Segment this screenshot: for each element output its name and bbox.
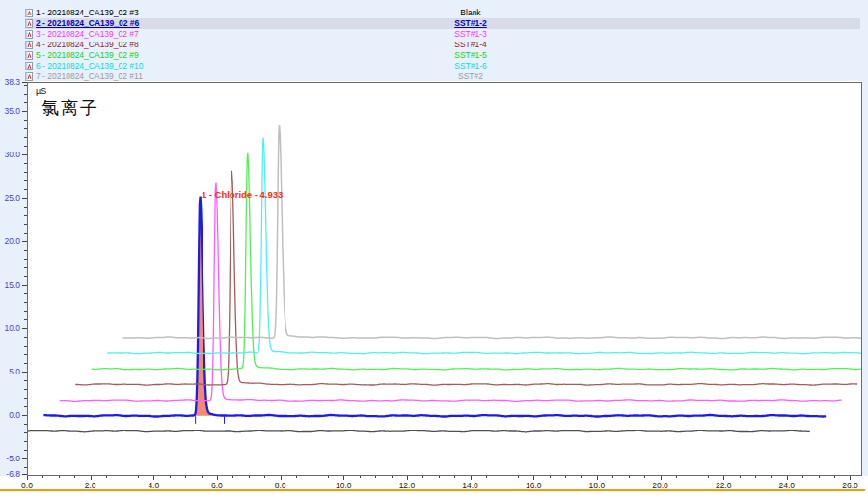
trace-sst-1-6 (107, 138, 861, 354)
x-major-tick (27, 476, 28, 480)
x-minor-tick (360, 476, 361, 478)
legend-injection-label: 1 - 20210824_CA139_02 #3 (36, 8, 139, 18)
chromatogram-canvas[interactable]: 1 - Chloride - 4.933 (28, 83, 861, 475)
pane-divider (0, 489, 865, 491)
chromatogram-icon (25, 51, 33, 60)
y-tick-label: 35.0 (0, 106, 20, 116)
trace-sst-1-2 (43, 197, 826, 417)
plot-area[interactable]: µS 氯离子 1 - Chloride - 4.933 (27, 82, 862, 476)
peak-label-chloride: 1 - Chloride - 4.933 (202, 189, 283, 200)
x-minor-tick (565, 476, 566, 478)
legend-row-1[interactable]: 1 - 20210824_CA139_02 #3Blank (25, 8, 860, 18)
x-minor-tick (42, 476, 43, 478)
x-minor-tick (392, 476, 393, 478)
y-tick-label: 38.3 (0, 77, 20, 87)
x-minor-tick (708, 476, 709, 478)
x-minor-tick (138, 476, 139, 478)
y-tick-label: 0.0 (0, 410, 20, 420)
x-minor-tick (802, 476, 803, 478)
x-minor-tick (502, 476, 502, 478)
x-minor-tick (422, 476, 423, 478)
y-tick-label: 20.0 (0, 236, 20, 246)
x-minor-tick (550, 476, 551, 478)
chromatogram-icon (25, 19, 33, 28)
x-minor-tick (439, 476, 440, 478)
x-major-tick (787, 476, 788, 480)
legend-sample-name: SST#1-3 (413, 29, 529, 40)
x-major-tick (407, 476, 408, 480)
x-major-tick (533, 476, 534, 480)
legend-row-6[interactable]: 6 - 20210824_CA139_02 #10SST#1-6 (25, 61, 860, 71)
x-major-tick (91, 476, 92, 480)
x-minor-tick (328, 476, 329, 478)
x-major-tick (661, 476, 662, 480)
x-minor-tick (676, 476, 677, 478)
x-minor-tick (106, 476, 107, 478)
x-minor-tick (819, 476, 820, 478)
legend-injection-label: 7 - 20210824_CA139_02 #11 (36, 71, 143, 82)
x-major-tick (217, 476, 218, 480)
x-minor-tick (755, 476, 756, 478)
y-tick-label: 30.0 (0, 150, 20, 159)
y-tick-label: 5.0 (0, 367, 20, 376)
legend-row-7[interactable]: 7 - 20210824_CA139_02 #11SST#2 (25, 71, 860, 82)
x-minor-tick (486, 476, 487, 478)
x-minor-tick (202, 476, 203, 478)
legend-row-3[interactable]: 3 - 20210824_CA139_02 #7SST#1-3 (25, 29, 860, 40)
x-minor-tick (232, 476, 233, 478)
x-major-tick (597, 476, 598, 480)
trace-blank (28, 430, 810, 432)
y-axis: 38.335.030.025.020.015.010.05.00.0-5.0-6… (0, 81, 27, 476)
x-minor-tick (296, 476, 297, 478)
x-minor-tick (454, 476, 455, 478)
x-major-tick (281, 476, 282, 480)
x-major-tick (850, 476, 851, 480)
x-minor-tick (74, 476, 75, 478)
chromatogram-icon (25, 9, 33, 17)
x-minor-tick (834, 476, 835, 478)
x-minor-tick (771, 476, 772, 478)
x-major-tick (471, 476, 472, 480)
y-tick-label: -6.8 (0, 469, 20, 479)
x-major-tick (723, 476, 724, 480)
x-minor-tick (581, 476, 582, 478)
legend-sample-name: SST#1-5 (413, 50, 529, 61)
x-major-tick (153, 476, 154, 480)
legend-sample-name: SST#1-2 (413, 18, 529, 29)
legend-row-2[interactable]: 2 - 20210824_CA139_02 #6SST#1-2 (25, 18, 860, 29)
y-tick-label: -5.0 (0, 454, 20, 463)
legend-row-4[interactable]: 4 - 20210824_CA139_02 #8SST#1-4 (25, 40, 860, 50)
injection-legend: 1 - 20210824_CA139_02 #3Blank2 - 2021082… (0, 0, 868, 81)
x-minor-tick (629, 476, 630, 478)
legend-injection-label: 6 - 20210824_CA139_02 #10 (36, 61, 144, 71)
legend-row-5[interactable]: 5 - 20210824_CA139_02 #9SST#1-5 (25, 50, 860, 61)
chromatogram-icon (25, 62, 33, 70)
x-minor-tick (122, 476, 122, 478)
x-minor-tick (185, 476, 186, 478)
x-minor-tick (612, 476, 613, 478)
right-margin (862, 81, 868, 476)
x-minor-tick (644, 476, 645, 478)
legend-sample-name: Blank (413, 8, 529, 18)
x-minor-tick (518, 476, 519, 478)
x-minor-tick (170, 476, 171, 478)
chromatogram-icon (25, 30, 33, 39)
legend-injection-label: 2 - 20210824_CA139_02 #6 (36, 18, 139, 29)
x-minor-tick (692, 476, 692, 478)
legend-sample-name: SST#2 (413, 71, 529, 82)
legend-sample-name: SST#1-4 (413, 40, 529, 50)
y-tick-label: 15.0 (0, 280, 20, 290)
chromatogram-icon (25, 72, 33, 81)
legend-injection-label: 5 - 20210824_CA139_02 #9 (36, 50, 139, 61)
chromatogram-icon (25, 41, 33, 49)
y-tick-label: 25.0 (0, 193, 20, 203)
legend-sample-name: SST#1-6 (413, 61, 529, 71)
x-minor-tick (249, 476, 250, 478)
x-axis: 0.02.04.06.08.010.012.014.016.018.020.02… (27, 476, 862, 490)
x-major-tick (343, 476, 344, 480)
legend-injection-label: 4 - 20210824_CA139_02 #8 (36, 40, 139, 50)
y-tick-label: 10.0 (0, 323, 20, 333)
x-minor-tick (375, 476, 376, 478)
chromatography-window: 1 - 20210824_CA139_02 #3Blank2 - 2021082… (0, 0, 868, 499)
x-minor-tick (59, 476, 60, 478)
